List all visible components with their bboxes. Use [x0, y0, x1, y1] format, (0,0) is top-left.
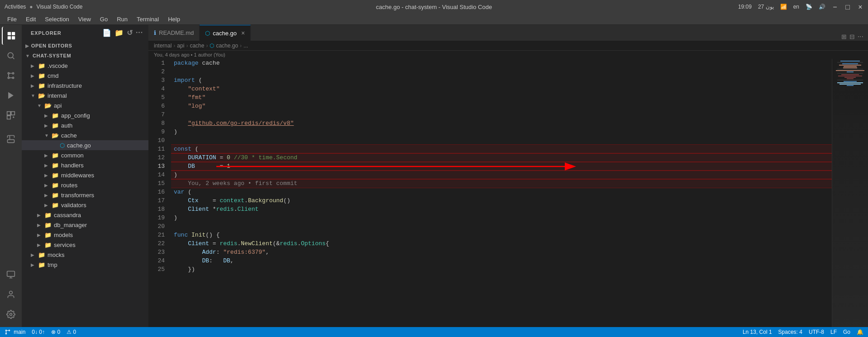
code-line-10	[171, 136, 832, 145]
tab-cache-go[interactable]: ⬡ cache.go ×	[200, 25, 251, 41]
menu-terminal[interactable]: Terminal	[133, 15, 162, 24]
menu-file[interactable]: File	[4, 15, 20, 24]
code-line-5: "fmt"	[171, 93, 832, 102]
sidebar-item-cache[interactable]: ▼ 📂 cache	[22, 130, 148, 140]
sidebar-item-tmp[interactable]: ▶ 📁 tmp	[22, 260, 148, 270]
status-spaces[interactable]: Spaces: 4	[778, 329, 802, 335]
svg-rect-14	[7, 271, 15, 277]
line-num-18: 18	[148, 205, 171, 214]
activity-bar	[0, 25, 22, 327]
cache-go-label: cache.go	[67, 142, 91, 149]
refresh-icon[interactable]: ↺	[127, 28, 133, 37]
status-branch[interactable]: main	[5, 329, 25, 336]
svg-line-5	[13, 57, 14, 59]
line-num-24: 24	[148, 256, 171, 265]
sidebar-item-db-manager[interactable]: ▶ 📁 db_manager	[22, 220, 148, 230]
status-errors[interactable]: ⊗ 0	[51, 329, 60, 335]
svg-rect-3	[12, 36, 15, 39]
split-editor-icon[interactable]: ⊞	[841, 33, 847, 40]
sidebar-item-infrastructure[interactable]: ▶ 📁 infrastructure	[22, 81, 148, 90]
more-actions-icon[interactable]: ···	[136, 28, 143, 37]
status-cursor[interactable]: Ln 13, Col 1	[743, 329, 772, 335]
account-activity-icon[interactable]	[2, 285, 20, 304]
sidebar-item-internal[interactable]: ▼ 📂 internal	[22, 90, 148, 100]
sidebar-item-common[interactable]: ▶ 📁 common	[22, 150, 148, 160]
tab-close-icon[interactable]: ×	[241, 29, 245, 37]
breadcrumb-cache[interactable]: cache	[190, 43, 204, 49]
sidebar-item-validators[interactable]: ▶ 📁 validators	[22, 200, 148, 210]
sidebar-item-chat-system[interactable]: ▼ Chat-System	[22, 51, 148, 61]
menu-run[interactable]: Run	[113, 15, 131, 24]
tab-bar: ℹ README.md ⬡ cache.go × ⊞ ⊟ ···	[148, 25, 868, 41]
code-line-16: var (	[171, 188, 832, 196]
breadcrumb: internal › api › cache › ⬡ cache.go › ..…	[148, 41, 868, 51]
settings-activity-icon[interactable]	[2, 305, 20, 323]
sidebar-item-services[interactable]: ▶ 📁 services	[22, 240, 148, 250]
code-content[interactable]: package cache import ( "context" "fmt" "…	[171, 59, 832, 327]
status-feedback[interactable]: 🔔	[857, 329, 863, 335]
folder-icon: 📁	[52, 172, 59, 179]
menu-help[interactable]: Help	[164, 15, 184, 24]
status-encoding[interactable]: UTF-8	[809, 329, 824, 335]
extensions-activity-icon[interactable]	[2, 106, 20, 124]
sidebar-item-handlers[interactable]: ▶ 📁 handlers	[22, 160, 148, 170]
sidebar-item-transformers[interactable]: ▶ 📁 transformers	[22, 190, 148, 200]
language-selector[interactable]: en	[793, 4, 799, 10]
run-debug-activity-icon[interactable]	[2, 86, 20, 104]
remote-activity-icon[interactable]	[2, 266, 20, 284]
sidebar-item-middlewares[interactable]: ▶ 📁 middlewares	[22, 170, 148, 180]
status-warnings[interactable]: ⚠ 0	[67, 329, 76, 335]
menu-go[interactable]: Go	[96, 15, 111, 24]
breadcrumb-api[interactable]: api	[177, 43, 184, 49]
sidebar-item-cmd[interactable]: ▶ 📁 cmd	[22, 71, 148, 81]
sidebar-item-api[interactable]: ▼ 📂 api	[22, 100, 148, 110]
sidebar-item-routes[interactable]: ▶ 📁 routes	[22, 180, 148, 190]
sidebar-item-models[interactable]: ▶ 📁 models	[22, 230, 148, 240]
minimize-button[interactable]: −	[832, 4, 838, 10]
menu-selection[interactable]: Selection	[41, 15, 72, 24]
status-sync[interactable]: 0↓ 0↑	[32, 329, 45, 335]
svg-point-15	[10, 291, 13, 294]
status-line-ending[interactable]: LF	[830, 329, 837, 335]
folder-open-icon: 📂	[52, 132, 59, 139]
menu-edit[interactable]: Edit	[22, 15, 39, 24]
line-num-3: 3	[148, 76, 171, 85]
new-folder-icon[interactable]: 📁	[114, 28, 124, 37]
code-line-14: )	[171, 171, 832, 179]
svg-rect-0	[8, 32, 11, 35]
breadcrumb-ellipsis[interactable]: ...	[243, 43, 248, 49]
maximize-button[interactable]: □	[844, 4, 851, 10]
line-num-13: 13	[148, 162, 171, 171]
app-config-label: app_config	[61, 112, 90, 119]
menu-view[interactable]: View	[75, 15, 95, 24]
tab-readme[interactable]: ℹ README.md	[148, 25, 200, 41]
testing-activity-icon[interactable]	[2, 130, 20, 148]
breadcrumb-sep3: ›	[206, 43, 208, 49]
sidebar-item-cache-go[interactable]: ▶ ⬡ cache.go	[22, 140, 148, 150]
explorer-activity-icon[interactable]	[2, 27, 20, 45]
sidebar-item-auth[interactable]: ▶ 📁 auth	[22, 120, 148, 130]
open-editors-arrow: ▶	[25, 43, 29, 48]
new-file-icon[interactable]: 📄	[102, 28, 112, 37]
source-control-activity-icon[interactable]	[2, 66, 20, 85]
line-num-16: 16	[148, 188, 171, 196]
sidebar-item-mocks[interactable]: ▶ 📁 mocks	[22, 250, 148, 260]
title-bar: Activities ● Visual Studio Code cache.go…	[0, 0, 868, 14]
sidebar-item-app-config[interactable]: ▶ 📁 app_config	[22, 110, 148, 120]
toggle-panel-icon[interactable]: ⊟	[849, 33, 855, 40]
code-line-1: package cache	[171, 59, 832, 67]
activities-label[interactable]: Activities	[5, 4, 26, 10]
line-num-14: 14	[148, 171, 171, 179]
services-label: services	[54, 242, 76, 248]
close-button[interactable]: ×	[857, 4, 863, 10]
infrastructure-label: infrastructure	[48, 82, 82, 89]
open-editors-section[interactable]: ▶ Open Editors	[22, 41, 148, 51]
more-editor-icon[interactable]: ···	[858, 33, 863, 41]
branch-name: main	[14, 329, 25, 335]
status-language[interactable]: Go	[843, 329, 850, 335]
sidebar-item-cassandra[interactable]: ▶ 📁 cassandra	[22, 210, 148, 220]
sidebar-item-vscode[interactable]: ▶ 📁 .vscode	[22, 61, 148, 71]
search-activity-icon[interactable]	[2, 47, 20, 65]
breadcrumb-internal[interactable]: internal	[154, 43, 172, 49]
breadcrumb-cache-go[interactable]: cache.go	[216, 43, 238, 49]
